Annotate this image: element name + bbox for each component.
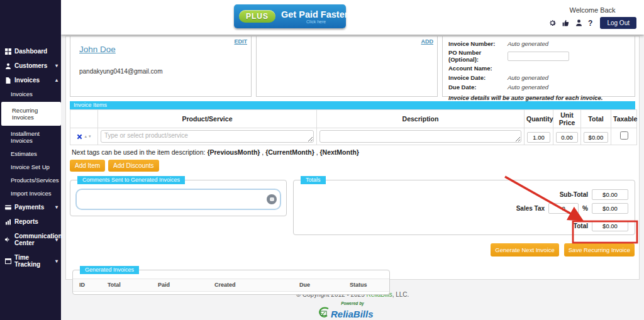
delete-item-icon[interactable] [77, 134, 82, 140]
sidebar-subitem-invoices[interactable]: Invoices [0, 87, 61, 101]
sidebar-item-label: Customers [14, 62, 47, 69]
sidebar-item-reports[interactable]: Reports [0, 214, 61, 229]
generate-next-invoice-button[interactable]: Generate Next Invoice [491, 243, 559, 257]
auto-generated-note: Invoice details will be auto generated f… [448, 94, 629, 101]
sidebar-item-payments[interactable]: Payments ▾ [0, 200, 61, 214]
sidebar-item-label: Communication Center [14, 233, 50, 246]
due-column-header: Due [299, 282, 350, 288]
invoice-date-value: Auto generated [508, 74, 548, 81]
account-name-label: Account Name: [448, 65, 508, 72]
line-total-input[interactable] [584, 132, 608, 143]
subtotal-input[interactable] [592, 189, 628, 200]
product-service-input[interactable] [101, 130, 314, 143]
chevron-up-icon: ▴ [55, 77, 58, 83]
invoice-date-label: Invoice Date: [448, 74, 508, 81]
gear-icon[interactable] [548, 19, 557, 27]
invoice-details-panel: Invoice Number: Auto generated PO Number… [442, 36, 635, 97]
description-input[interactable] [319, 130, 521, 143]
help-icon[interactable]: ? [588, 19, 592, 28]
unit-price-input[interactable] [556, 132, 578, 143]
sidebar-item-communication-center[interactable]: Communication Center ▾ [0, 229, 61, 250]
sales-tax-rate-input[interactable] [548, 203, 579, 214]
comments-legend: Comments Sent to Generated Invoices [77, 176, 185, 184]
megaphone-icon [4, 236, 11, 243]
sidebar-item-time-tracking[interactable]: Time Tracking ▾ [0, 250, 61, 272]
chevron-down-icon: ▾ [55, 237, 58, 243]
add-discounts-button[interactable]: Add Discounts [108, 160, 158, 172]
sidebar-subitem-import-invoices[interactable]: Import Invoices [0, 187, 61, 200]
recurring-invoice-card: EDIT John Doe pandakyung0414@gmail.com A… [65, 36, 640, 280]
add-item-button[interactable]: Add Item [70, 160, 105, 172]
sidebar-subitem-recurring-invoices[interactable]: Recurring Invoices [1, 102, 61, 126]
product-column-header: Product/Service [98, 110, 317, 128]
sidebar-item-label: Dashboard [14, 48, 47, 55]
chevron-down-icon: ▾ [55, 204, 58, 210]
total-label: Total [574, 223, 588, 229]
sidebar-item-label: Payments [14, 204, 44, 211]
description-column-header: Description [317, 110, 525, 128]
sidebar-subitem-estimates[interactable]: Estimates [0, 147, 61, 160]
quantity-column-header: Quantity [525, 110, 553, 128]
taxable-checkbox[interactable] [620, 131, 628, 140]
main-content: EDIT John Doe pandakyung0414@gmail.com A… [61, 35, 644, 320]
total-input[interactable] [592, 221, 628, 231]
invoice-number-label: Invoice Number: [448, 40, 508, 47]
plus-badge: PLUS [239, 10, 275, 23]
welcome-text: Welcome Back [569, 6, 615, 14]
comment-input[interactable] [75, 189, 281, 210]
comment-extension-icon[interactable] [267, 194, 277, 204]
sidebar-item-label: Time Tracking [14, 254, 52, 268]
sidebar-item-customers[interactable]: Customers ▾ [0, 58, 61, 73]
sidebar-item-dashboard[interactable]: Dashboard [0, 44, 61, 58]
tags-note-text: Next tags can be used in the item descri… [72, 148, 205, 156]
total-column-header: Total [108, 282, 158, 288]
created-column-header: Created [214, 282, 299, 288]
invoice-number-value: Auto generated [508, 40, 548, 47]
po-number-input[interactable] [508, 52, 569, 61]
thumbs-up-icon[interactable] [562, 19, 570, 27]
invoices-icon [4, 77, 11, 84]
page-footer: © Copyright 2012 - 2025 ReliaBills, LLC.… [65, 291, 640, 320]
user-icon[interactable] [575, 19, 583, 27]
move-item-up-icon[interactable]: ▴ [84, 134, 87, 139]
total-column-header: Total [581, 110, 611, 128]
quantity-input[interactable] [527, 132, 550, 143]
sidebar-item-label: Invoices [14, 77, 40, 84]
sidebar: Dashboard Customers ▾ Invoices ▴ Invoice… [0, 0, 61, 320]
add-recipient-link[interactable]: ADD [421, 38, 434, 45]
actions-column-header [70, 110, 98, 128]
invoice-item-row: ▴ ▾ [70, 128, 637, 145]
edit-customer-link[interactable]: EDIT [234, 38, 247, 45]
due-date-label: Due Date: [448, 84, 508, 91]
sidebar-item-invoices[interactable]: Invoices ▴ [0, 73, 61, 87]
logout-button[interactable]: Log Out [600, 17, 636, 29]
banner-subtitle: Click here [306, 19, 326, 24]
customers-icon [4, 63, 11, 69]
logo-text: ReliaBills [331, 309, 374, 319]
subtotal-label: Sub-Total [560, 191, 588, 198]
reliabills-logo[interactable]: ReliaBills [65, 306, 640, 320]
tag-previous-month: {PreviousMonth} [207, 148, 260, 156]
due-date-value: Auto generated [508, 84, 548, 91]
chevron-down-icon: ▾ [55, 63, 58, 69]
customer-name-link[interactable]: John Doe [79, 45, 116, 54]
chevron-down-icon: ▾ [55, 258, 58, 264]
sidebar-subitem-products-services[interactable]: Products/Services [0, 174, 61, 187]
sidebar-subitem-installment-invoices[interactable]: Installment Invoices [0, 127, 61, 147]
sidebar-subitem-invoice-set-up[interactable]: Invoice Set Up [0, 160, 61, 174]
sales-tax-label: Sales Tax [516, 205, 545, 212]
tag-current-month: {CurrentMonth} [265, 148, 314, 156]
invoice-items-table: Product/Service Description Quantity Uni… [70, 109, 637, 145]
sidebar-item-label: Reports [14, 218, 38, 225]
totals-legend: Totals [301, 176, 326, 184]
get-paid-faster-banner[interactable]: PLUS Get Paid Faster! Click here [234, 4, 346, 28]
comments-section: Comments Sent to Generated Invoices [70, 180, 287, 216]
customer-email: pandakyung0414@gmail.com [79, 68, 162, 75]
move-item-down-icon[interactable]: ▾ [89, 134, 91, 139]
dashboard-icon [4, 48, 11, 55]
customer-panel: EDIT John Doe pandakyung0414@gmail.com [70, 36, 252, 97]
save-recurring-invoice-button[interactable]: Save Recurring Invoice [564, 243, 635, 257]
top-header: PLUS Get Paid Faster! Click here Welcome… [61, 0, 644, 35]
sales-tax-amount-input[interactable] [592, 203, 628, 214]
tag-next-month: {NextMonth} [320, 148, 359, 156]
